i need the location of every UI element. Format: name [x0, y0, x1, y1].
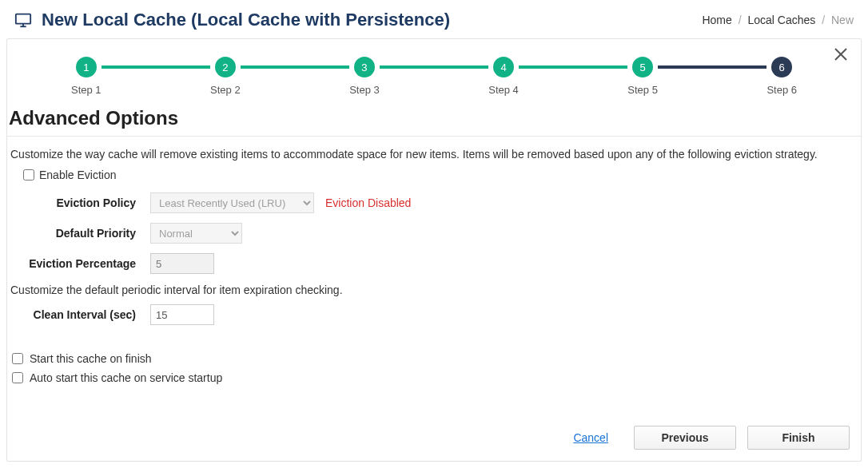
clean-description: Customize the default periodic interval … [10, 284, 858, 296]
step-circle: 3 [354, 57, 375, 77]
eviction-policy-row: Eviction Policy Least Recently Used (LRU… [10, 192, 858, 213]
start-options: Start this cache on finish Auto start th… [10, 352, 858, 384]
page-title: New Local Cache (Local Cache with Persis… [42, 10, 450, 30]
step-connector [658, 65, 766, 69]
monitor-icon [14, 11, 32, 29]
breadcrumb-local-caches[interactable]: Local Caches [747, 14, 815, 26]
wizard-panel: 1 Step 1 2 Step 2 3 Step 3 4 Step 4 5 St… [6, 38, 862, 462]
eviction-percentage-row: Eviction Percentage [10, 253, 858, 274]
step-label: Step 5 [627, 84, 658, 96]
step-5[interactable]: 5 Step 5 [627, 57, 658, 96]
step-label: Step 6 [766, 84, 797, 96]
auto-start-label: Auto start this cache on service startup [30, 371, 222, 384]
form-content: Customize the way cache will remove exis… [7, 148, 861, 384]
clean-interval-label: Clean Interval (sec) [10, 308, 150, 321]
step-label: Step 3 [349, 84, 380, 96]
step-circle: 4 [493, 57, 514, 77]
step-connector [102, 65, 210, 69]
section-title: Advanced Options [7, 96, 861, 136]
breadcrumb-current: New [831, 14, 854, 26]
start-on-finish-label: Start this cache on finish [30, 352, 152, 365]
step-4[interactable]: 4 Step 4 [488, 57, 519, 96]
breadcrumb-home[interactable]: Home [702, 14, 731, 26]
step-label: Step 4 [488, 84, 519, 96]
clean-interval-input[interactable] [150, 304, 214, 325]
eviction-policy-label: Eviction Policy [10, 196, 150, 209]
eviction-percentage-label: Eviction Percentage [10, 257, 150, 270]
default-priority-select[interactable]: Normal [150, 223, 242, 244]
eviction-disabled-warning: Eviction Disabled [325, 196, 411, 209]
enable-eviction-row: Enable Eviction [23, 169, 858, 181]
page-header: New Local Cache (Local Cache with Persis… [0, 0, 868, 38]
clean-interval-row: Clean Interval (sec) [10, 304, 858, 325]
finish-button[interactable]: Finish [747, 426, 850, 450]
eviction-description: Customize the way cache will remove exis… [10, 148, 858, 161]
breadcrumb-sep: / [818, 14, 828, 26]
default-priority-label: Default Priority [10, 227, 150, 240]
step-connector [241, 65, 349, 69]
step-circle: 2 [215, 57, 236, 77]
auto-start-checkbox[interactable] [12, 372, 23, 383]
stepper: 1 Step 1 2 Step 2 3 Step 3 4 Step 4 5 St… [7, 57, 861, 96]
step-2[interactable]: 2 Step 2 [210, 57, 241, 96]
step-circle: 6 [771, 57, 792, 77]
cancel-link[interactable]: Cancel [573, 431, 608, 444]
step-circle: 5 [632, 57, 653, 77]
default-priority-row: Default Priority Normal [10, 223, 858, 244]
breadcrumb: Home / Local Caches / New [702, 14, 854, 26]
breadcrumb-sep: / [735, 14, 745, 26]
step-connector [519, 65, 627, 69]
close-button[interactable] [829, 46, 853, 66]
step-3[interactable]: 3 Step 3 [349, 57, 380, 96]
header-left: New Local Cache (Local Cache with Persis… [14, 10, 450, 30]
divider [7, 136, 861, 137]
step-circle: 1 [76, 57, 97, 77]
enable-eviction-label: Enable Eviction [39, 169, 117, 181]
step-1[interactable]: 1 Step 1 [71, 57, 102, 96]
eviction-policy-select[interactable]: Least Recently Used (LRU) [150, 192, 314, 213]
step-6[interactable]: 6 Step 6 [766, 57, 797, 96]
start-on-finish-checkbox[interactable] [12, 353, 23, 364]
eviction-percentage-input[interactable] [150, 253, 214, 274]
svg-rect-0 [16, 14, 30, 24]
wizard-footer: Cancel Previous Finish [573, 426, 850, 450]
previous-button[interactable]: Previous [634, 426, 736, 450]
step-label: Step 1 [71, 84, 102, 96]
step-label: Step 2 [210, 84, 241, 96]
auto-start-row: Auto start this cache on service startup [10, 371, 858, 384]
enable-eviction-checkbox[interactable] [23, 169, 34, 180]
step-connector [380, 65, 488, 69]
start-on-finish-row: Start this cache on finish [10, 352, 858, 365]
